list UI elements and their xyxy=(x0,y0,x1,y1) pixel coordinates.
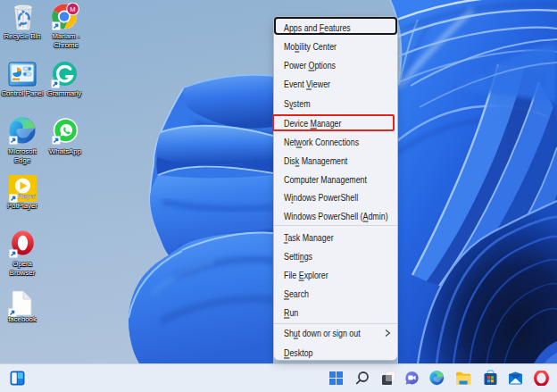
svg-text:M: M xyxy=(70,5,75,13)
svg-text:Player: Player xyxy=(18,193,37,200)
